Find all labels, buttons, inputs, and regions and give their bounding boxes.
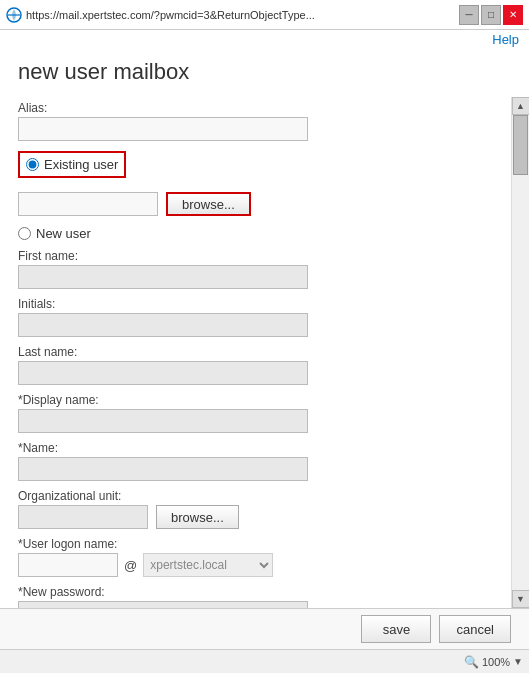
- first-name-group: First name:: [18, 249, 493, 289]
- new-user-radio[interactable]: [18, 227, 31, 240]
- zoom-dropdown-arrow[interactable]: ▼: [513, 656, 523, 667]
- existing-user-label-text: Existing user: [44, 157, 118, 172]
- existing-user-section: Existing user: [18, 151, 493, 186]
- scrollbar-thumb-area: [512, 115, 529, 590]
- org-unit-group: Organizational unit: browse...: [18, 489, 493, 529]
- last-name-group: Last name:: [18, 345, 493, 385]
- url-bar[interactable]: https://mail.xpertstec.com/?pwmcid=3&Ret…: [26, 9, 453, 21]
- display-name-label: *Display name:: [18, 393, 493, 407]
- logon-name-group: *User logon name: @ xpertstec.local: [18, 537, 493, 577]
- name-group: *Name:: [18, 441, 493, 481]
- existing-user-input[interactable]: [18, 192, 158, 216]
- zoom-icon: 🔍: [464, 655, 479, 669]
- org-unit-row: browse...: [18, 505, 493, 529]
- first-name-label: First name:: [18, 249, 493, 263]
- browse-button[interactable]: browse...: [166, 192, 251, 216]
- new-password-group: *New password:: [18, 585, 493, 608]
- logon-row: @ xpertstec.local: [18, 553, 493, 577]
- window-controls: ─ □ ✕: [459, 5, 523, 25]
- existing-user-highlight-box: Existing user: [18, 151, 126, 178]
- logon-name-input[interactable]: [18, 553, 118, 577]
- save-button[interactable]: save: [361, 615, 431, 643]
- scrollbar-up-button[interactable]: ▲: [512, 97, 530, 115]
- domain-select[interactable]: xpertstec.local: [143, 553, 273, 577]
- zoom-level: 100%: [482, 656, 510, 668]
- initials-input[interactable]: [18, 313, 308, 337]
- close-button[interactable]: ✕: [503, 5, 523, 25]
- browse-row: browse...: [18, 192, 493, 216]
- new-password-input[interactable]: [18, 601, 308, 608]
- footer: save cancel: [0, 608, 529, 649]
- org-unit-label: Organizational unit:: [18, 489, 493, 503]
- main-container: Help new user mailbox Alias: Existing us…: [0, 30, 529, 649]
- new-user-radio-label[interactable]: New user: [18, 226, 493, 241]
- new-user-section: New user: [18, 226, 493, 241]
- title-bar: https://mail.xpertstec.com/?pwmcid=3&Ret…: [0, 0, 529, 30]
- initials-label: Initials:: [18, 297, 493, 311]
- help-bar: Help: [0, 30, 529, 49]
- last-name-input[interactable]: [18, 361, 308, 385]
- last-name-label: Last name:: [18, 345, 493, 359]
- alias-group: Alias:: [18, 101, 493, 141]
- maximize-button[interactable]: □: [481, 5, 501, 25]
- minimize-button[interactable]: ─: [459, 5, 479, 25]
- initials-group: Initials:: [18, 297, 493, 337]
- first-name-input[interactable]: [18, 265, 308, 289]
- existing-user-radio-label[interactable]: Existing user: [26, 157, 118, 172]
- name-input[interactable]: [18, 457, 308, 481]
- name-label: *Name:: [18, 441, 493, 455]
- page-title: new user mailbox: [0, 49, 529, 97]
- logon-name-label: *User logon name:: [18, 537, 493, 551]
- scrollbar-track: ▲ ▼: [511, 97, 529, 608]
- cancel-button[interactable]: cancel: [439, 615, 511, 643]
- zoom-control[interactable]: 🔍 100% ▼: [464, 655, 523, 669]
- org-browse-button[interactable]: browse...: [156, 505, 239, 529]
- browser-icon: [6, 7, 22, 23]
- form-area: Alias: Existing user browse...: [0, 97, 511, 608]
- alias-label: Alias:: [18, 101, 493, 115]
- new-user-label-text: New user: [36, 226, 91, 241]
- new-password-label: *New password:: [18, 585, 493, 599]
- at-sign: @: [122, 558, 139, 573]
- existing-user-radio[interactable]: [26, 158, 39, 171]
- display-name-input[interactable]: [18, 409, 308, 433]
- scrollbar-thumb[interactable]: [513, 115, 528, 175]
- help-link[interactable]: Help: [492, 32, 519, 47]
- display-name-group: *Display name:: [18, 393, 493, 433]
- form-scroll-wrapper: Alias: Existing user browse...: [0, 97, 529, 608]
- org-unit-input[interactable]: [18, 505, 148, 529]
- scrollbar-down-button[interactable]: ▼: [512, 590, 530, 608]
- alias-input[interactable]: [18, 117, 308, 141]
- status-bar: 🔍 100% ▼: [0, 649, 529, 673]
